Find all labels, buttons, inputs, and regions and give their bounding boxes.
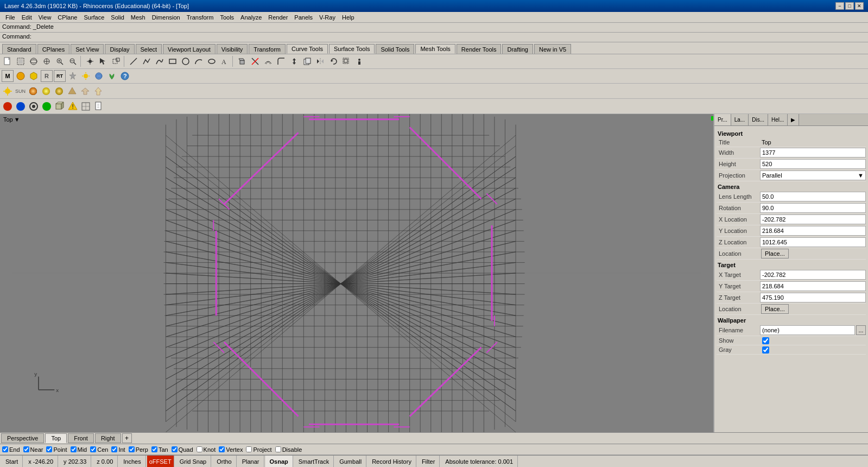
tb-rectangle[interactable] bbox=[167, 55, 179, 67]
tb-rotate[interactable] bbox=[327, 55, 339, 67]
tb-plant[interactable] bbox=[106, 70, 118, 82]
tb-offset[interactable] bbox=[262, 55, 274, 67]
tb-warning[interactable]: ! bbox=[67, 100, 79, 112]
vp-tab-front[interactable]: Front bbox=[68, 433, 94, 443]
osnap-disable-checkbox[interactable] bbox=[275, 446, 281, 452]
menu-panels[interactable]: Panels bbox=[291, 14, 316, 21]
tb-new[interactable] bbox=[2, 55, 14, 67]
menu-help[interactable]: Help bbox=[339, 14, 358, 21]
tb-cage[interactable] bbox=[80, 100, 92, 112]
status-gumball[interactable]: Gumball bbox=[335, 456, 366, 467]
prop-ztarget-value[interactable]: 475.190 bbox=[760, 293, 866, 302]
menu-analyze[interactable]: Analyze bbox=[237, 14, 265, 21]
tb-sun[interactable] bbox=[80, 70, 92, 82]
tb-cone[interactable] bbox=[66, 85, 78, 97]
panel-tab-more[interactable]: ▶ bbox=[788, 114, 799, 125]
tb-line[interactable] bbox=[128, 55, 140, 67]
menu-view[interactable]: View bbox=[35, 14, 55, 21]
tab-new-v5[interactable]: New in V5 bbox=[534, 44, 571, 54]
tb-vray-hex[interactable] bbox=[28, 70, 40, 82]
prop-filename-value[interactable]: (none) bbox=[760, 325, 855, 335]
tb-red-circle[interactable] bbox=[2, 100, 14, 112]
osnap-knot-checkbox[interactable] bbox=[197, 446, 202, 452]
menu-vray[interactable]: V-Ray bbox=[316, 14, 339, 21]
camera-place-button[interactable]: Place... bbox=[761, 249, 789, 258]
tb-extrude[interactable] bbox=[236, 55, 248, 67]
minimize-button[interactable]: − bbox=[835, 2, 844, 10]
tb-ellipse[interactable] bbox=[206, 55, 218, 67]
panel-tab-display[interactable]: Dis... bbox=[749, 114, 768, 125]
tb-vray-rt[interactable]: RT bbox=[54, 70, 66, 82]
tb-light-arrow[interactable] bbox=[79, 85, 91, 97]
tb-zoom-ext[interactable] bbox=[67, 55, 79, 67]
tb-window-sel[interactable] bbox=[110, 55, 122, 67]
tab-render-tools[interactable]: Render Tools bbox=[457, 44, 502, 54]
status-ortho[interactable]: Ortho bbox=[212, 456, 237, 467]
tb-mirror[interactable] bbox=[314, 55, 326, 67]
osnap-point-checkbox[interactable] bbox=[46, 446, 52, 452]
tb-orbit[interactable] bbox=[28, 55, 40, 67]
tb-sphere-gold[interactable] bbox=[53, 85, 65, 97]
osnap-near-checkbox[interactable] bbox=[23, 446, 29, 452]
close-button[interactable]: ✕ bbox=[855, 2, 864, 10]
prop-xtarget-value[interactable]: -202.782 bbox=[760, 270, 866, 280]
filename-browse-button[interactable]: ... bbox=[856, 325, 866, 335]
panel-tab-help[interactable]: Hel... bbox=[768, 114, 788, 125]
tb-fillet[interactable] bbox=[275, 55, 287, 67]
tab-cplanes[interactable]: CPlanes bbox=[37, 44, 70, 54]
tab-viewport-layout[interactable]: Viewport Layout bbox=[163, 44, 216, 54]
tb-copy[interactable] bbox=[301, 55, 313, 67]
tb-box[interactable] bbox=[54, 100, 66, 112]
osnap-mid-checkbox[interactable] bbox=[71, 446, 77, 452]
menu-edit[interactable]: Edit bbox=[18, 14, 35, 21]
tb-arc[interactable] bbox=[193, 55, 205, 67]
tb-globe[interactable] bbox=[93, 70, 105, 82]
target-place-button[interactable]: Place... bbox=[761, 304, 789, 314]
tb-vray-star[interactable] bbox=[67, 70, 79, 82]
prop-height-value[interactable]: 520 bbox=[760, 159, 866, 169]
prop-projection-dropdown[interactable]: Parallel▼ bbox=[760, 171, 866, 180]
status-offset[interactable]: oFFSET bbox=[147, 456, 174, 467]
menu-cplane[interactable]: CPlane bbox=[54, 14, 80, 21]
prop-xloc-value[interactable]: -202.782 bbox=[760, 214, 866, 224]
vp-tab-perspective[interactable]: Perspective bbox=[1, 433, 44, 443]
tb-vray-m[interactable]: M bbox=[2, 70, 14, 82]
tab-drafting[interactable]: Drafting bbox=[502, 44, 533, 54]
viewport[interactable]: Top ▼ bbox=[0, 114, 713, 432]
tb-zoom[interactable] bbox=[54, 55, 66, 67]
osnap-end-checkbox[interactable] bbox=[2, 446, 8, 452]
tb-move[interactable] bbox=[288, 55, 300, 67]
status-osnap[interactable]: Osnap bbox=[265, 456, 293, 467]
osnap-project-checkbox[interactable] bbox=[246, 446, 252, 452]
prop-gray-checkbox[interactable] bbox=[762, 346, 769, 354]
prop-width-value[interactable]: 1377 bbox=[760, 148, 866, 157]
status-grid-snap[interactable]: Grid Snap bbox=[175, 456, 212, 467]
prop-lens-value[interactable]: 50.0 bbox=[760, 192, 866, 201]
prop-zloc-value[interactable]: 1012.645 bbox=[760, 237, 866, 247]
tb-sphere-orange[interactable] bbox=[27, 85, 39, 97]
tab-transform[interactable]: Transform bbox=[249, 44, 286, 54]
osnap-int-checkbox[interactable] bbox=[111, 446, 117, 452]
tab-visibility[interactable]: Visibility bbox=[217, 44, 248, 54]
tb-blue-circle[interactable] bbox=[15, 100, 27, 112]
menu-dimension[interactable]: Dimension bbox=[149, 14, 183, 21]
tb-select-all[interactable] bbox=[15, 55, 27, 67]
prop-yloc-value[interactable]: 218.684 bbox=[760, 226, 866, 236]
tb-curve[interactable] bbox=[154, 55, 166, 67]
vp-tab-top[interactable]: Top bbox=[45, 433, 67, 443]
menu-surface[interactable]: Surface bbox=[80, 14, 107, 21]
tb-polyline[interactable] bbox=[141, 55, 153, 67]
status-units[interactable]: Inches bbox=[119, 456, 145, 467]
tb-sun2[interactable] bbox=[2, 85, 14, 97]
vp-tab-right[interactable]: Right bbox=[95, 433, 121, 443]
tb-vray-circle[interactable] bbox=[15, 70, 27, 82]
menu-transform[interactable]: Transform bbox=[183, 14, 217, 21]
status-planar[interactable]: Planar bbox=[238, 456, 264, 467]
panel-tab-properties[interactable]: Pr... bbox=[714, 114, 731, 125]
tab-curve-tools[interactable]: Curve Tools bbox=[287, 44, 328, 54]
tb-help[interactable]: ? bbox=[119, 70, 131, 82]
tb-properties[interactable] bbox=[353, 55, 365, 67]
tb-arrow[interactable] bbox=[97, 55, 109, 67]
menu-tools[interactable]: Tools bbox=[217, 14, 237, 21]
prop-ytarget-value[interactable]: 218.684 bbox=[760, 281, 866, 291]
